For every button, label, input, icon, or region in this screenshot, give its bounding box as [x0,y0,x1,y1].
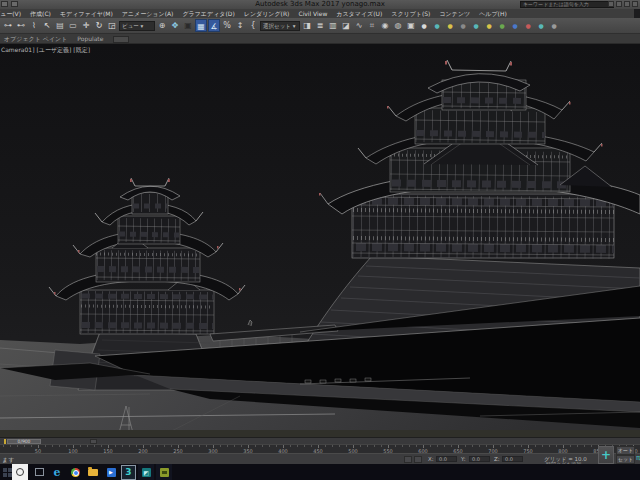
render-dot-9[interactable]: ● [522,19,534,32]
z-field[interactable]: 0.0 [502,456,523,462]
taskbar-search-button[interactable] [12,464,28,480]
menu-2[interactable]: 作成(C) [30,9,51,18]
menu-5[interactable]: グラフエディタ(D) [182,9,234,18]
help-icon[interactable] [632,1,638,7]
percent-snap[interactable]: % [221,19,233,32]
cortana-icon [16,468,24,476]
main-toolbar: ⊶⊷⌇↖▤▭✛↻◲ビュー ▾⊕✥▣▦∡%↕{選択セット ▾◨≣▥◪∿⌗◉◍▣●●… [0,18,640,34]
render-dot-4[interactable]: ● [457,19,469,32]
offset-mode-icon[interactable] [414,456,422,463]
file-explorer-icon[interactable] [85,464,101,480]
media-player-icon[interactable]: ▶ [103,464,119,480]
ribbon-collapse-handle[interactable] [113,36,129,43]
menu-10[interactable]: コンテンツ [439,9,470,18]
select-object[interactable]: ↖ [41,19,53,32]
layer-manager[interactable]: ▥ [327,19,339,32]
ref-coord-combo[interactable]: ビュー ▾ [119,21,155,31]
keyboard-override[interactable]: ▣ [182,19,194,32]
y-label: Y: [461,456,465,462]
task-view-button[interactable] [31,464,47,480]
select-and-rotate[interactable]: ↻ [93,19,105,32]
chrome-icon[interactable] [67,464,83,480]
menu-1[interactable]: ビュー(V) [0,9,21,18]
selection-region[interactable]: ▭ [67,19,79,32]
edge-icon[interactable]: e [49,464,65,480]
wireframe-scene [0,44,640,437]
ribbon-tab-object-paint[interactable]: オブジェクト ペイント [4,34,67,43]
menu-4[interactable]: アニメーション(A) [122,9,174,18]
ribbon-tab-populate[interactable]: Populate [77,34,103,43]
3ds-max-taskbar-icon[interactable]: 3 [121,465,136,480]
favorites-icon[interactable] [624,1,630,7]
render-dot-3[interactable]: ● [444,19,456,32]
render-dot-6[interactable]: ● [483,19,495,32]
render-dot-2[interactable]: ● [431,19,443,32]
render-dot-10[interactable]: ● [535,19,547,32]
image-viewer-icon[interactable] [156,464,172,480]
curve-editor[interactable]: ∿ [353,19,365,32]
search-placeholder: キーワードまたは語句を入力 [521,2,613,7]
status-bar: ます X: 0.0 Y: 0.0 Z: 0.0 グリッド = 10.0 時間タグ… [0,453,640,464]
3ds-max-window: Autodesk 3ds Max 2017 yonago.max キーワードまた… [0,0,640,480]
photos-app-icon[interactable]: ◩ [138,464,154,480]
menu-3[interactable]: モディファイヤ(M) [60,9,113,18]
edit-named-selection[interactable]: { [247,19,259,32]
set-key-button[interactable]: セット [616,455,635,464]
auto-key-button[interactable]: オート [616,446,635,455]
title-bar: Autodesk 3ds Max 2017 yonago.max キーワードまた… [0,0,640,9]
ribbon-bar: オブジェクト ペイント Populate [0,34,640,44]
select-and-link[interactable]: ⊶ [2,19,14,32]
bind-to-space-warp[interactable]: ⌇ [28,19,40,32]
camera-viewport[interactable]: Camera01] [ユーザ定義] [既定] [0,44,640,437]
y-field[interactable]: 0.0 [469,456,490,462]
menu-7[interactable]: Civil View [298,9,327,18]
render-dot-7[interactable]: ● [496,19,508,32]
render-setup[interactable]: ◍ [392,19,404,32]
menu-bar: ビュー(V)作成(C)モディファイヤ(M)アニメーション(A)グラフエディタ(D… [0,9,634,18]
community-icon[interactable] [616,1,622,7]
spinner-snap[interactable]: ↕ [234,19,246,32]
menu-6[interactable]: レンダリング(R) [244,9,290,18]
track-bar[interactable]: 5010015020025030035040045050055060065070… [0,444,640,453]
select-and-move[interactable]: ✛ [80,19,92,32]
search-input[interactable]: キーワードまたは語句を入力 [520,1,614,8]
unlink-selection[interactable]: ⊷ [15,19,27,32]
snaps-toggle[interactable]: ▦ [195,19,207,32]
x-label: X: [428,456,434,462]
viewport-label[interactable]: Camera01] [ユーザ定義] [既定] [1,46,90,55]
menu-8[interactable]: カスタマイズ(U) [336,9,382,18]
angle-snap[interactable]: ∡ [208,19,220,32]
absolute-mode-icon[interactable] [404,456,412,463]
start-button[interactable] [2,464,12,480]
render-dot-5[interactable]: ● [470,19,482,32]
viewport-nav-icon[interactable]: π [636,454,640,462]
time-slider[interactable]: 0/900 [0,437,640,444]
named-sel-combo[interactable]: 選択セット ▾ [260,21,300,31]
render-dot-1[interactable]: ● [418,19,430,32]
isolate-selection-button[interactable]: + [598,446,614,464]
select-and-manipulate[interactable]: ✥ [169,19,181,32]
graphite-ribbon[interactable]: ◪ [340,19,352,32]
use-pivot-center[interactable]: ⊕ [156,19,168,32]
menu-9[interactable]: スクリプト(S) [391,9,430,18]
windows-taskbar: e ▶ 3 ◩ [0,464,640,480]
z-label: Z: [494,456,500,462]
sign-in-icon[interactable] [608,1,614,7]
render-dot-8[interactable]: ● [509,19,521,32]
select-and-scale[interactable]: ◲ [106,19,118,32]
material-editor[interactable]: ◉ [379,19,391,32]
mirror[interactable]: ◨ [301,19,313,32]
menu-11[interactable]: ヘルプ(H) [479,9,507,18]
align[interactable]: ≣ [314,19,326,32]
rendered-frame[interactable]: ▣ [405,19,417,32]
schematic-view[interactable]: ⌗ [366,19,378,32]
select-by-name[interactable]: ▤ [54,19,66,32]
render-dot-11[interactable]: ● [548,19,560,32]
x-field[interactable]: 0.0 [436,456,457,462]
